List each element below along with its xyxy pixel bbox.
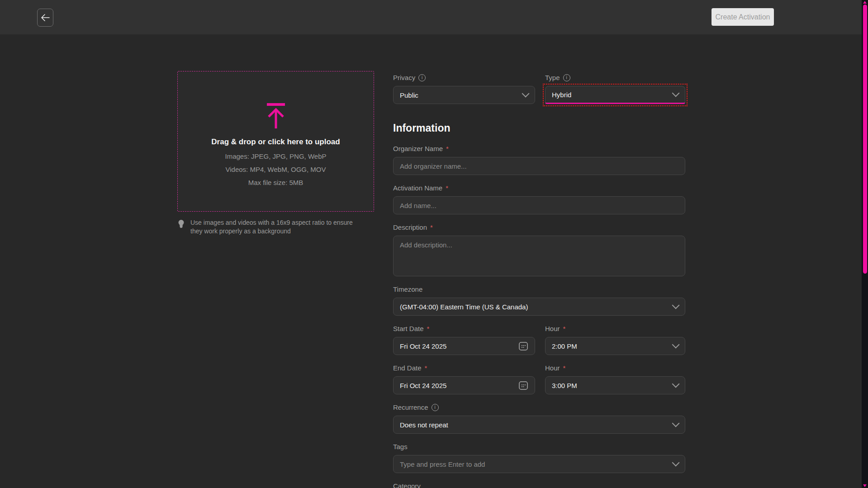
chevron-down-icon: [672, 302, 680, 309]
recurrence-label: Recurrence i: [393, 403, 685, 412]
activation-name-label-text: Activation Name: [393, 184, 442, 192]
upload-arrow-icon: [263, 102, 289, 129]
end-date-value: Fri Oct 24 2025: [400, 382, 518, 389]
privacy-info-icon[interactable]: i: [418, 74, 426, 81]
scrollbar-up-arrow-icon[interactable]: [863, 1, 867, 4]
calendar-icon: [518, 380, 528, 390]
start-date-picker[interactable]: Fri Oct 24 2025: [393, 337, 535, 355]
scrollbar-thumb[interactable]: [863, 5, 867, 274]
chevron-down-icon: [522, 90, 530, 98]
privacy-select[interactable]: Public: [393, 86, 535, 104]
activation-name-input[interactable]: [393, 196, 685, 214]
start-hour-label: Hour *: [545, 325, 685, 333]
end-hour-label: Hour *: [545, 364, 685, 372]
upload-title: Drag & drop or click here to upload: [211, 137, 340, 147]
timezone-value: (GMT-04:00) Eastern Time (US & Canada): [400, 303, 673, 311]
start-hour-label-text: Hour: [545, 325, 560, 333]
vertical-scrollbar[interactable]: [862, 0, 868, 488]
upload-images-formats: Images: JPEG, JPG, PNG, WebP: [225, 152, 327, 160]
end-hour-select[interactable]: 3:00 PM: [545, 376, 685, 394]
end-hour-label-text: Hour: [545, 364, 560, 372]
start-hour-select[interactable]: 2:00 PM: [545, 337, 685, 355]
type-info-icon[interactable]: i: [563, 74, 570, 81]
chevron-down-icon: [672, 341, 680, 349]
recurrence-label-text: Recurrence: [393, 403, 428, 412]
start-date-value: Fri Oct 24 2025: [400, 342, 518, 350]
end-date-picker[interactable]: Fri Oct 24 2025: [393, 376, 535, 394]
description-textarea[interactable]: [393, 236, 685, 276]
tags-label-text: Tags: [393, 443, 408, 451]
required-asterisk: *: [425, 364, 427, 372]
end-date-label-text: End Date: [393, 364, 422, 372]
required-asterisk: *: [563, 325, 566, 333]
required-asterisk: *: [430, 223, 433, 232]
organizer-name-input[interactable]: [393, 157, 685, 175]
organizer-name-label-text: Organizer Name: [393, 145, 443, 153]
chevron-down-icon: [672, 420, 680, 427]
start-date-label: Start Date *: [393, 325, 535, 333]
category-label-text: Category: [393, 482, 421, 488]
organizer-name-label: Organizer Name *: [393, 145, 685, 153]
start-hour-value: 2:00 PM: [552, 342, 673, 350]
end-date-label: End Date *: [393, 364, 535, 372]
type-select-focus-indicator: Hybrid: [545, 86, 685, 104]
privacy-value: Public: [400, 91, 523, 99]
description-label-text: Description: [393, 223, 427, 232]
description-label: Description *: [393, 223, 685, 232]
lightbulb-icon: [178, 219, 185, 229]
required-asterisk: *: [563, 364, 566, 372]
media-upload-dropzone[interactable]: Drag & drop or click here to upload Imag…: [177, 71, 374, 212]
top-bar: Create Activation: [0, 0, 868, 34]
type-value: Hybrid: [552, 91, 673, 99]
calendar-icon: [518, 341, 528, 351]
tags-combobox[interactable]: Type and press Enter to add: [393, 455, 685, 473]
aspect-ratio-hint: Use images and videos with a 16x9 aspect…: [178, 218, 395, 236]
timezone-select[interactable]: (GMT-04:00) Eastern Time (US & Canada): [393, 298, 685, 316]
start-date-label-text: Start Date: [393, 325, 424, 333]
required-asterisk: *: [446, 184, 448, 192]
tags-label: Tags: [393, 443, 685, 451]
upload-max-size: Max file size: 5MB: [248, 179, 304, 186]
chevron-down-icon: [672, 380, 680, 388]
activation-name-label: Activation Name *: [393, 184, 685, 192]
timezone-label: Timezone: [393, 285, 685, 294]
type-label: Type i: [545, 74, 685, 82]
upload-videos-formats: Videos: MP4, WebM, OGG, MOV: [225, 166, 326, 173]
tags-placeholder: Type and press Enter to add: [400, 460, 673, 468]
end-hour-value: 3:00 PM: [552, 382, 673, 389]
privacy-label-text: Privacy: [393, 74, 415, 82]
create-activation-page: Create Activation Drag & drop or click h…: [0, 0, 868, 488]
back-arrow-icon: [41, 14, 50, 21]
chevron-down-icon: [672, 459, 680, 467]
type-select[interactable]: Hybrid: [545, 86, 685, 104]
chevron-down-icon: [672, 90, 680, 97]
create-activation-button[interactable]: Create Activation: [711, 8, 774, 26]
timezone-label-text: Timezone: [393, 285, 422, 294]
recurrence-value: Does not repeat: [400, 421, 673, 429]
required-asterisk: *: [427, 325, 430, 333]
activation-form: Privacy i Public Type i Hybrid: [393, 74, 685, 488]
information-section-title: Information: [393, 121, 685, 135]
scrollbar-down-arrow-icon[interactable]: [863, 484, 867, 487]
category-label: Category: [393, 482, 685, 488]
recurrence-select[interactable]: Does not repeat: [393, 416, 685, 434]
privacy-label: Privacy i: [393, 74, 535, 82]
recurrence-info-icon[interactable]: i: [432, 404, 439, 411]
hint-text: Use images and videos with a 16x9 aspect…: [190, 218, 366, 236]
type-label-text: Type: [545, 74, 560, 82]
back-button[interactable]: [37, 9, 53, 27]
required-asterisk: *: [446, 145, 449, 153]
